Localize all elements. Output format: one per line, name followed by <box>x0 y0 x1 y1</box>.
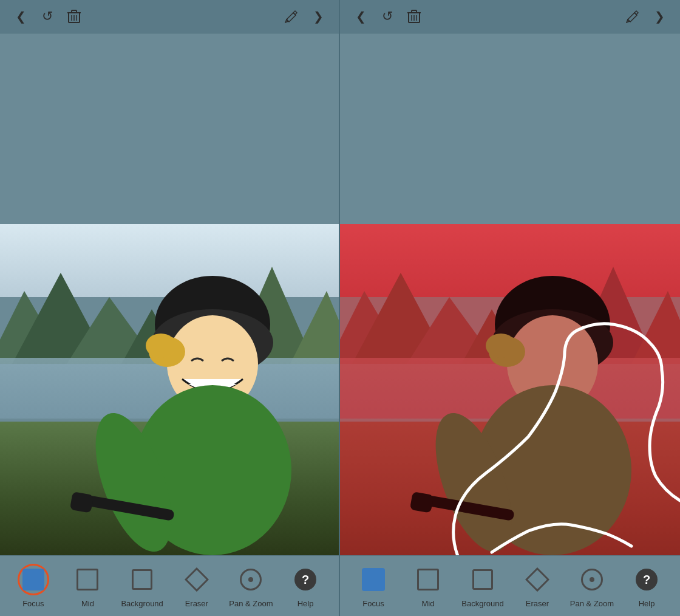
right-mid-icon <box>417 569 439 590</box>
right-tool-panzoom-label: Pan & Zoom <box>570 599 614 608</box>
right-toolbar: ❮ ↺ ❯ <box>340 0 680 33</box>
right-tool-eraser-label: Eraser <box>526 599 549 608</box>
right-tool-mid[interactable]: Mid <box>406 564 451 608</box>
left-next-button[interactable]: ❯ <box>305 3 332 30</box>
focus-icon <box>22 569 44 590</box>
right-eraser-icon <box>525 567 549 592</box>
right-help-icon: ? <box>636 569 658 590</box>
right-focus-icon <box>362 568 385 591</box>
right-undo-button[interactable]: ↺ <box>374 3 401 30</box>
right-panzoom-icon <box>581 569 603 590</box>
left-undo-button[interactable]: ↺ <box>34 3 61 30</box>
left-toolbar: ❮ ↺ ❯ <box>0 0 339 33</box>
panzoom-icon <box>240 569 262 590</box>
left-tool-focus-label: Focus <box>22 599 44 608</box>
left-panel: ❮ ↺ ❯ <box>0 0 340 616</box>
left-tool-focus[interactable]: Focus <box>10 564 56 608</box>
left-pencil-button[interactable] <box>278 3 305 30</box>
right-panel: ❮ ↺ ❯ <box>340 0 680 616</box>
left-tool-background[interactable]: Background <box>120 564 165 608</box>
left-tool-panzoom[interactable]: Pan & Zoom <box>228 564 274 608</box>
right-tool-eraser[interactable]: Eraser <box>515 564 560 608</box>
left-tool-mid-label: Mid <box>81 599 94 608</box>
right-tool-help[interactable]: ? Help <box>624 564 670 608</box>
right-photo-area <box>340 33 680 555</box>
svg-rect-26 <box>412 10 416 13</box>
right-prev-button[interactable]: ❮ <box>347 3 374 30</box>
right-tool-background-label: Background <box>461 599 503 608</box>
left-tool-background-label: Background <box>121 599 163 608</box>
left-tool-eraser-label: Eraser <box>185 599 208 608</box>
eraser-icon <box>185 567 209 592</box>
right-next-button[interactable]: ❯ <box>646 3 673 30</box>
right-tool-focus-label: Focus <box>362 599 384 608</box>
svg-marker-23 <box>186 569 208 590</box>
annotation-layer <box>340 224 680 555</box>
svg-point-17 <box>146 334 176 358</box>
right-tool-background[interactable]: Background <box>460 564 506 608</box>
left-tool-mid[interactable]: Mid <box>65 564 110 608</box>
right-bottom-toolbar: Focus Mid Background Eraser <box>340 555 680 616</box>
right-background-icon <box>472 569 493 590</box>
focus-active-ring <box>18 564 49 595</box>
left-tool-panzoom-label: Pan & Zoom <box>229 599 273 608</box>
left-photo-area <box>0 33 339 555</box>
left-tool-help-label: Help <box>298 599 314 608</box>
left-tool-eraser[interactable]: Eraser <box>174 564 219 608</box>
left-bottom-toolbar: Focus Mid Background Eraser <box>0 555 339 616</box>
right-tool-focus[interactable]: Focus <box>351 564 396 608</box>
left-tool-help[interactable]: ? Help <box>283 564 328 608</box>
left-trash-button[interactable] <box>61 3 87 30</box>
right-tool-panzoom[interactable]: Pan & Zoom <box>570 564 615 608</box>
background-icon <box>132 569 152 590</box>
right-tool-mid-label: Mid <box>422 599 435 608</box>
right-pencil-button[interactable] <box>619 3 646 30</box>
right-trash-button[interactable] <box>401 3 427 30</box>
right-tool-help-label: Help <box>639 599 655 608</box>
svg-rect-22 <box>70 491 94 513</box>
svg-rect-2 <box>72 10 76 13</box>
left-prev-button[interactable]: ❮ <box>7 3 34 30</box>
svg-marker-46 <box>526 569 548 590</box>
help-icon: ? <box>294 569 316 590</box>
mid-icon <box>76 569 98 590</box>
